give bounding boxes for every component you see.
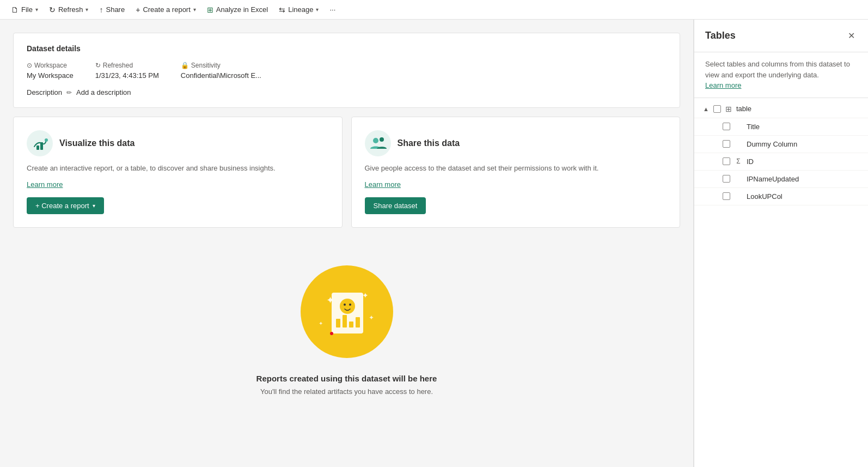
table-group-header[interactable]: ▲ ⊞ table (694, 100, 868, 118)
refreshed-label: Refreshed (103, 62, 133, 69)
svg-rect-1 (36, 145, 39, 150)
column-name: IPNameUpdated (747, 175, 799, 183)
collapse-icon: ▲ (703, 106, 709, 112)
workspace-label: Workspace (34, 62, 67, 69)
share-button[interactable]: ↑ Share (95, 3, 129, 16)
file-label: File (21, 5, 33, 14)
column-name: Title (747, 123, 760, 131)
main-layout: Dataset details ⊙ Workspace My Workspace… (0, 20, 868, 467)
svg-rect-17 (343, 315, 347, 327)
share-icon: ↑ (99, 5, 103, 14)
empty-state: ✦ ✦ ✦ ✦ (13, 241, 680, 417)
column-row[interactable]: ΣID (694, 153, 868, 171)
svg-point-13 (340, 299, 355, 314)
column-checkbox[interactable] (723, 140, 730, 148)
column-type-icon: Σ (735, 157, 742, 165)
refreshed-icon: ↻ (95, 62, 101, 69)
share-learn-more[interactable]: Learn more (365, 180, 401, 189)
close-panel-button[interactable]: ✕ (846, 28, 857, 43)
lineage-chevron: ▾ (316, 7, 319, 13)
plus-icon: + (136, 5, 140, 14)
empty-state-subtitle: You'll find the related artifacts you ha… (260, 387, 433, 396)
svg-point-14 (344, 304, 346, 306)
description-row: Description ✏ Add a description (27, 88, 667, 96)
visualize-learn-more[interactable]: Learn more (27, 180, 63, 189)
dataset-details-card: Dataset details ⊙ Workspace My Workspace… (13, 33, 680, 108)
workspace-value: My Workspace (27, 71, 74, 80)
add-description-link[interactable]: Add a description (76, 88, 131, 96)
column-checkbox[interactable] (723, 175, 730, 183)
visualize-card-title: Visualize this data (59, 138, 135, 148)
workspace-meta: ⊙ Workspace My Workspace (27, 62, 74, 80)
description-label: Description (27, 88, 62, 96)
share-card-header: Share this data (365, 130, 667, 156)
empty-state-title: Reports created using this dataset will … (256, 374, 437, 383)
sensitivity-icon: 🔒 (181, 62, 189, 69)
column-name: ID (747, 157, 754, 166)
right-panel-content: ▲ ⊞ table TitleDummy ColumnΣIDIPNameUpda… (694, 98, 868, 468)
edit-description-icon: ✏ (66, 89, 72, 96)
column-row[interactable]: IPNameUpdated (694, 171, 868, 188)
dataset-details-title: Dataset details (27, 44, 667, 53)
column-name: Dummy Column (747, 140, 797, 148)
svg-text:✦: ✦ (319, 320, 323, 326)
column-checkbox[interactable] (723, 157, 730, 165)
svg-text:✦: ✦ (369, 314, 374, 322)
lineage-button[interactable]: ⇆ Lineage ▾ (274, 3, 323, 16)
column-checkbox[interactable] (723, 192, 730, 200)
table-name: table (736, 105, 751, 113)
column-checkbox[interactable] (723, 123, 730, 130)
create-report-label: Create a report (143, 5, 190, 14)
sensitivity-label: Sensitivity (191, 62, 221, 69)
refresh-button[interactable]: ↻ Refresh ▾ (45, 3, 93, 16)
create-report-card-button[interactable]: + Create a report ▾ (27, 197, 104, 214)
more-button[interactable]: ··· (325, 3, 340, 16)
sensitivity-meta: 🔒 Sensitivity Confidential\Microsoft E..… (181, 62, 261, 80)
refresh-chevron: ▾ (85, 7, 88, 13)
dataset-meta-row: ⊙ Workspace My Workspace ↻ Refreshed 1/3… (27, 62, 667, 80)
svg-point-3 (45, 138, 48, 142)
svg-point-15 (349, 304, 351, 306)
create-report-btn-chevron: ▾ (93, 203, 95, 209)
visualize-card-desc: Create an interactive report, or a table… (27, 163, 329, 174)
action-cards-row: Visualize this data Create an interactiv… (13, 117, 680, 228)
share-card-icon (365, 130, 391, 156)
create-report-chevron: ▾ (193, 7, 196, 13)
lineage-label: Lineage (288, 5, 313, 14)
create-report-button[interactable]: + Create a report ▾ (131, 3, 200, 16)
columns-container: TitleDummy ColumnΣIDIPNameUpdatedLookUPC… (694, 118, 868, 205)
refreshed-meta: ↻ Refreshed 1/31/23, 4:43:15 PM (95, 62, 159, 80)
table-checkbox[interactable] (713, 105, 721, 113)
empty-state-image: ✦ ✦ ✦ ✦ (298, 263, 396, 361)
svg-rect-19 (356, 317, 360, 327)
refresh-icon: ↻ (49, 5, 56, 14)
refreshed-value: 1/31/23, 4:43:15 PM (95, 71, 159, 80)
sensitivity-value: Confidential\Microsoft E... (181, 71, 261, 80)
file-icon: 🗋 (11, 5, 19, 14)
column-row[interactable]: Dummy Column (694, 136, 868, 153)
right-panel: Tables ✕ Select tables and columns from … (694, 20, 868, 467)
svg-point-20 (330, 332, 333, 335)
share-dataset-button[interactable]: Share dataset (365, 197, 426, 214)
svg-point-6 (380, 137, 384, 142)
more-label: ··· (329, 5, 335, 14)
svg-point-0 (27, 130, 53, 156)
visualize-card: Visualize this data Create an interactiv… (13, 117, 343, 228)
panel-learn-more[interactable]: Learn more (705, 81, 741, 89)
share-card-desc: Give people access to the dataset and se… (365, 163, 667, 174)
visualize-card-icon (27, 130, 53, 156)
svg-point-5 (373, 138, 378, 143)
column-name: LookUPCol (747, 192, 783, 201)
content-area: Dataset details ⊙ Workspace My Workspace… (0, 20, 693, 467)
right-panel-title: Tables (705, 30, 736, 41)
visualize-card-header: Visualize this data (27, 130, 329, 156)
svg-rect-18 (349, 322, 353, 327)
column-row[interactable]: LookUPCol (694, 188, 868, 205)
analyze-button[interactable]: ⊞ Analyze in Excel (203, 3, 272, 16)
share-card-title: Share this data (398, 138, 460, 148)
svg-rect-16 (336, 319, 340, 327)
right-panel-header: Tables ✕ (694, 20, 868, 52)
right-panel-description: Select tables and columns from this data… (694, 52, 868, 98)
column-row[interactable]: Title (694, 118, 868, 136)
file-menu[interactable]: 🗋 File ▾ (7, 3, 42, 16)
